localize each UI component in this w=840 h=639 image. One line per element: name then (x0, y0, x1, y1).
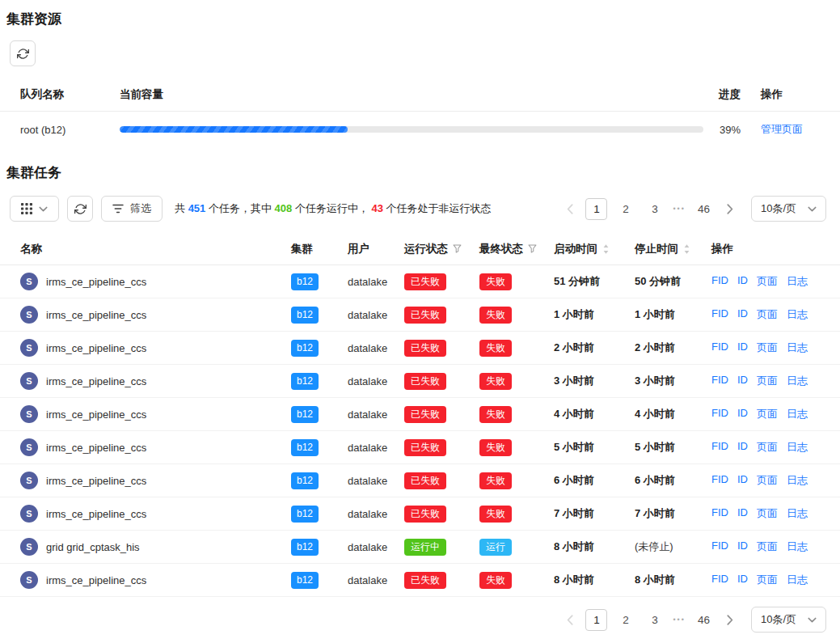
fid-link[interactable]: FID (711, 407, 728, 421)
queue-row: root (b12) 39% 管理页面 (0, 112, 840, 147)
fid-link[interactable]: FID (711, 473, 728, 488)
page-button-2[interactable]: 2 (614, 609, 636, 631)
stop-time: 50 分钟前 (635, 274, 711, 289)
fid-link[interactable]: FID (711, 573, 728, 587)
run-status-badge: 已失败 (404, 340, 446, 357)
page-button-1[interactable]: 1 (585, 609, 607, 631)
id-link[interactable]: ID (737, 407, 748, 421)
fid-link[interactable]: FID (711, 341, 728, 355)
page-link[interactable]: 页面 (757, 374, 778, 388)
id-link[interactable]: ID (737, 307, 748, 322)
log-link[interactable]: 日志 (787, 307, 808, 322)
chevron-down-icon (808, 617, 817, 623)
task-name: irms_ce_pipeline_ccs (46, 375, 146, 387)
resources-refresh-button[interactable] (10, 40, 36, 66)
page-button-3[interactable]: 3 (644, 198, 665, 220)
page-link[interactable]: 页面 (757, 341, 778, 355)
next-page-button[interactable] (722, 198, 738, 219)
id-link[interactable]: ID (737, 374, 748, 388)
log-link[interactable]: 日志 (787, 573, 808, 587)
task-user: datalake (348, 408, 404, 421)
log-link[interactable]: 日志 (787, 506, 808, 521)
columns-dropdown-button[interactable] (10, 196, 59, 222)
task-avatar: S (20, 339, 38, 357)
run-status-badge: 已失败 (404, 572, 446, 589)
fid-link[interactable]: FID (711, 307, 728, 322)
filter-funnel-icon[interactable] (453, 244, 462, 253)
page-button-2[interactable]: 2 (614, 198, 636, 220)
final-status-badge: 失败 (479, 307, 512, 324)
page-link[interactable]: 页面 (757, 407, 778, 421)
not-running-count: 43 (372, 202, 383, 214)
sorter-icon[interactable] (602, 243, 610, 255)
page-button-last[interactable]: 46 (693, 198, 715, 220)
log-link[interactable]: 日志 (787, 274, 808, 289)
page-link[interactable]: 页面 (757, 307, 778, 322)
id-link[interactable]: ID (737, 540, 748, 554)
log-link[interactable]: 日志 (787, 540, 808, 554)
page-link[interactable]: 页面 (757, 506, 778, 521)
final-status-badge: 失败 (479, 373, 512, 390)
sorter-icon[interactable] (683, 243, 690, 255)
chevron-down-icon (808, 206, 817, 212)
pagination-ellipsis[interactable]: ••• (673, 205, 685, 213)
start-time: 8 小时前 (554, 540, 635, 554)
task-avatar: S (20, 438, 38, 456)
start-time: 51 分钟前 (554, 274, 635, 289)
log-link[interactable]: 日志 (787, 341, 808, 355)
task-name: grid grid_cptask_his (46, 541, 140, 553)
page-button-1[interactable]: 1 (585, 198, 607, 220)
prev-page-button[interactable] (562, 198, 578, 219)
task-avatar: S (20, 372, 38, 390)
task-row: S irms_ce_pipeline_ccs b12 datalake 已失败 … (0, 332, 840, 365)
page-size-select[interactable]: 10条/页 (751, 607, 826, 633)
log-link[interactable]: 日志 (787, 473, 808, 488)
page-link[interactable]: 页面 (757, 473, 778, 488)
id-link[interactable]: ID (737, 506, 748, 521)
cluster-badge: b12 (291, 373, 319, 390)
stop-time: 8 小时前 (635, 573, 711, 587)
id-link[interactable]: ID (737, 274, 748, 289)
fid-link[interactable]: FID (711, 374, 728, 388)
fid-link[interactable]: FID (711, 506, 728, 521)
page-button-3[interactable]: 3 (644, 609, 665, 631)
prev-page-button[interactable] (562, 609, 578, 630)
page-size-value: 10条/页 (761, 612, 796, 627)
log-link[interactable]: 日志 (787, 440, 808, 455)
next-page-button[interactable] (722, 609, 738, 630)
fid-link[interactable]: FID (711, 540, 728, 554)
log-link[interactable]: 日志 (787, 407, 808, 421)
page-link[interactable]: 页面 (757, 440, 778, 455)
start-time: 8 小时前 (554, 573, 635, 587)
cluster-badge: b12 (291, 307, 319, 324)
tasks-summary: 共 451 个任务，其中 408 个任务运行中， 43 个任务处于非运行状态 (175, 201, 492, 216)
fid-link[interactable]: FID (711, 440, 728, 455)
page-button-last[interactable]: 46 (693, 609, 715, 631)
fid-link[interactable]: FID (711, 274, 728, 289)
start-time: 5 小时前 (554, 440, 635, 455)
task-row: S irms_ce_pipeline_ccs b12 datalake 已失败 … (0, 365, 840, 398)
id-link[interactable]: ID (737, 341, 748, 355)
task-avatar: S (20, 505, 38, 523)
id-link[interactable]: ID (737, 440, 748, 455)
manage-page-link[interactable]: 管理页面 (761, 123, 803, 135)
filter-lines-icon (112, 204, 124, 214)
final-status-badge: 失败 (479, 273, 512, 290)
id-link[interactable]: ID (737, 573, 748, 587)
pagination-ellipsis[interactable]: ••• (673, 616, 685, 624)
id-link[interactable]: ID (737, 473, 748, 488)
tasks-refresh-button[interactable] (67, 196, 93, 222)
filter-funnel-icon[interactable] (528, 244, 537, 253)
grid-icon (21, 203, 32, 214)
summary-text: 个任务运行中， (292, 202, 369, 214)
filter-button[interactable]: 筛选 (101, 196, 163, 222)
page-link[interactable]: 页面 (757, 540, 778, 554)
page-link[interactable]: 页面 (757, 274, 778, 289)
task-row: S grid grid_cptask_his b12 datalake 运行中 … (0, 531, 840, 564)
page-size-select[interactable]: 10条/页 (751, 196, 826, 222)
log-link[interactable]: 日志 (787, 374, 808, 388)
page: 集群资源 队列名称 当前容量 进度 操作 root (b12) 39% 管理页面… (0, 0, 840, 633)
run-status-badge: 已失败 (404, 506, 446, 523)
page-link[interactable]: 页面 (757, 573, 778, 587)
summary-text: 共 (175, 202, 188, 214)
